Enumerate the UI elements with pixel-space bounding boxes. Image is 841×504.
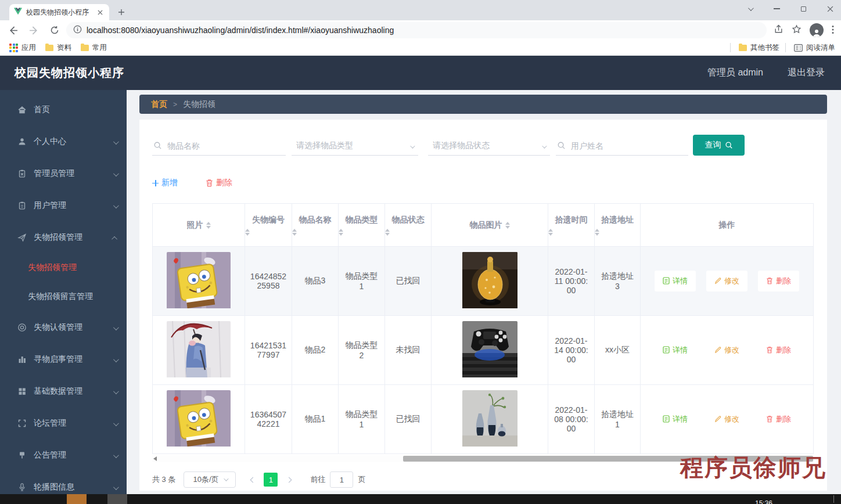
- admin-user-label: 管理员 admin: [707, 67, 763, 79]
- cell-found-time: 2022-01-08 00:00:00: [548, 385, 595, 454]
- url-field[interactable]: localhost:8080/xiaoyuanshiwuzhaoling/adm…: [66, 22, 767, 38]
- cell-item-status: 已找回: [385, 385, 432, 454]
- row-photo-spongebob[interactable]: [167, 390, 231, 448]
- divider: [730, 43, 731, 52]
- new-tab-button[interactable]: [115, 6, 128, 19]
- sidebar-item-claim-management[interactable]: 失物认领管理: [0, 311, 127, 343]
- sidebar-item-forum-management[interactable]: 论坛管理: [0, 407, 127, 439]
- delete-button[interactable]: 删除: [206, 178, 232, 188]
- page-number-1[interactable]: 1: [264, 473, 278, 487]
- col-photo[interactable]: 照片: [153, 204, 245, 247]
- cell-actions: 详情 修改 删除: [641, 247, 814, 316]
- col-item-type[interactable]: 物品类型: [339, 204, 385, 247]
- row-image-golden-vase-lamp[interactable]: [462, 252, 517, 310]
- apps-shortcut[interactable]: 应用: [9, 43, 36, 53]
- user-name-input[interactable]: [556, 136, 688, 155]
- apps-grid-icon: [9, 44, 18, 52]
- col-found-address[interactable]: 拾遗地址: [595, 204, 641, 247]
- sidebar-nav: 首页 个人中心 管理员管理 用户管理 失物招领管理 失物招领管理 失物招领留言管…: [0, 90, 127, 494]
- sidebar-item-admin-management[interactable]: 管理员管理: [0, 157, 127, 189]
- delete-row-button[interactable]: 删除: [758, 271, 799, 291]
- sidebar-item-seek-management[interactable]: 寻物启事管理: [0, 343, 127, 375]
- reading-list[interactable]: 阅读清单: [794, 43, 835, 53]
- col-found-time[interactable]: 拾遗时间: [548, 204, 595, 247]
- paper-plane-icon: [17, 233, 27, 242]
- sidebar-item-base-data-management[interactable]: 基础数据管理: [0, 375, 127, 407]
- row-photo-umbrella-figure[interactable]: [167, 321, 231, 379]
- next-page-button[interactable]: [281, 472, 296, 487]
- item-status-select[interactable]: 请选择物品状态: [428, 136, 550, 156]
- sidebar-item-home[interactable]: 首页: [0, 93, 127, 125]
- edit-button[interactable]: 修改: [706, 409, 747, 430]
- sort-carets-icon: [245, 229, 292, 236]
- sidebar-item-banner-info[interactable]: 轮播图信息: [0, 471, 127, 494]
- total-count: 共 3 条: [152, 474, 175, 485]
- browser-tab[interactable]: 校园失物招领小程序: [9, 4, 109, 20]
- grid-icon: [17, 387, 27, 396]
- cell-found-address: 拾遗地址1: [595, 385, 641, 454]
- profile-avatar-icon[interactable]: [810, 23, 824, 37]
- horizontal-scrollbar[interactable]: [152, 455, 813, 462]
- scrollbar-thumb[interactable]: [403, 456, 813, 462]
- window-close-icon[interactable]: [825, 3, 835, 14]
- add-button[interactable]: 新增: [152, 178, 178, 188]
- logout-link[interactable]: 退出登录: [788, 67, 825, 79]
- detail-button[interactable]: 详情: [655, 271, 696, 291]
- brackets-icon: [17, 419, 27, 428]
- cell-actions: 详情 修改 删除: [641, 385, 814, 454]
- bookmark-folder-2[interactable]: 常用: [81, 43, 107, 53]
- detail-button[interactable]: 详情: [655, 340, 696, 361]
- folder-icon: [739, 45, 747, 51]
- edit-button[interactable]: 修改: [706, 340, 747, 361]
- url-text[interactable]: localhost:8080/xiaoyuanshiwuzhaoling/adm…: [87, 26, 394, 35]
- bookmark-folder-1[interactable]: 资料: [45, 43, 71, 53]
- other-bookmarks-label: 其他书签: [750, 43, 779, 53]
- tab-close-icon[interactable]: [95, 8, 105, 17]
- bookmark-star-icon[interactable]: [792, 24, 802, 36]
- sidebar-item-lost-found-management[interactable]: 失物招领管理: [0, 221, 127, 253]
- taskbar-clock: 15:36: [755, 499, 772, 504]
- window-restore-icon[interactable]: [798, 3, 808, 14]
- row-image-game-controller[interactable]: [462, 321, 517, 379]
- sidebar-subitem-lost-found-management[interactable]: 失物招领管理: [0, 253, 127, 282]
- share-icon[interactable]: [774, 24, 784, 36]
- col-item-image[interactable]: 物品图片: [432, 204, 548, 247]
- prev-page-button[interactable]: [245, 472, 260, 487]
- cell-lost-id: 1642485225958: [245, 247, 292, 316]
- item-type-select[interactable]: 请选择物品类型: [292, 136, 418, 156]
- breadcrumb-home[interactable]: 首页: [151, 99, 167, 110]
- page-size-select[interactable]: 10条/页: [184, 471, 236, 488]
- row-photo-spongebob[interactable]: [167, 252, 231, 310]
- sidebar-item-user-management[interactable]: 用户管理: [0, 189, 127, 221]
- sidebar-subitem-lost-found-comments[interactable]: 失物招领留言管理: [0, 282, 127, 311]
- microphone-icon: [17, 483, 27, 492]
- sort-carets-icon: [206, 222, 211, 229]
- taskbar-app-active[interactable]: [67, 494, 87, 504]
- sidebar-item-notice-management[interactable]: 公告管理: [0, 439, 127, 471]
- window-menu-chevron-icon[interactable]: [745, 3, 755, 14]
- back-icon[interactable]: [5, 22, 21, 38]
- chevron-down-icon: [224, 476, 228, 481]
- site-info-icon[interactable]: [73, 25, 82, 35]
- browser-menu-dots-icon[interactable]: [832, 25, 834, 36]
- other-bookmarks[interactable]: 其他书签: [739, 43, 779, 53]
- forward-icon[interactable]: [26, 22, 42, 38]
- cell-found-time: 2022-01-11 00:00:00: [548, 247, 595, 316]
- item-name-input[interactable]: [152, 136, 286, 155]
- scroll-left-arrow-icon[interactable]: [153, 456, 157, 461]
- col-lost-id[interactable]: 失物编号: [245, 204, 292, 247]
- detail-button[interactable]: 详情: [655, 409, 696, 430]
- delete-row-button[interactable]: 删除: [758, 409, 799, 430]
- taskbar-app[interactable]: [107, 494, 127, 504]
- goto-page-input[interactable]: [330, 471, 353, 488]
- col-item-name[interactable]: 物品名称: [292, 204, 339, 247]
- chevron-down-icon: [410, 141, 414, 150]
- row-image-ceramic-vases[interactable]: [462, 390, 517, 448]
- search-button[interactable]: 查询: [693, 135, 745, 156]
- window-minimize-icon[interactable]: [771, 3, 782, 14]
- edit-button[interactable]: 修改: [706, 271, 747, 291]
- col-item-status[interactable]: 物品状态: [385, 204, 432, 247]
- delete-row-button[interactable]: 删除: [758, 340, 799, 361]
- reload-icon[interactable]: [46, 22, 63, 38]
- sidebar-item-personal-center[interactable]: 个人中心: [0, 125, 127, 157]
